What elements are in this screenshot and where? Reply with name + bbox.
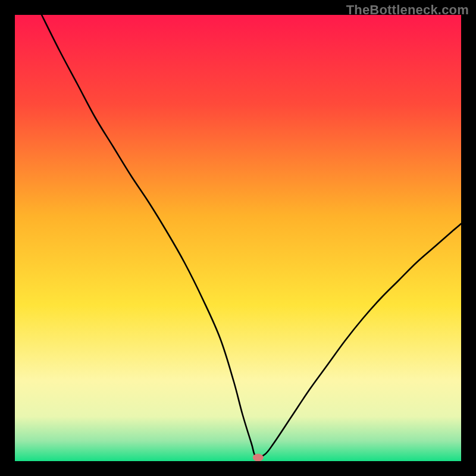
optimal-marker — [253, 454, 264, 462]
chart-frame: TheBottleneck.com — [0, 0, 476, 476]
chart-svg — [15, 15, 461, 461]
chart-plot-area — [15, 15, 461, 461]
watermark-text: TheBottleneck.com — [346, 2, 469, 18]
